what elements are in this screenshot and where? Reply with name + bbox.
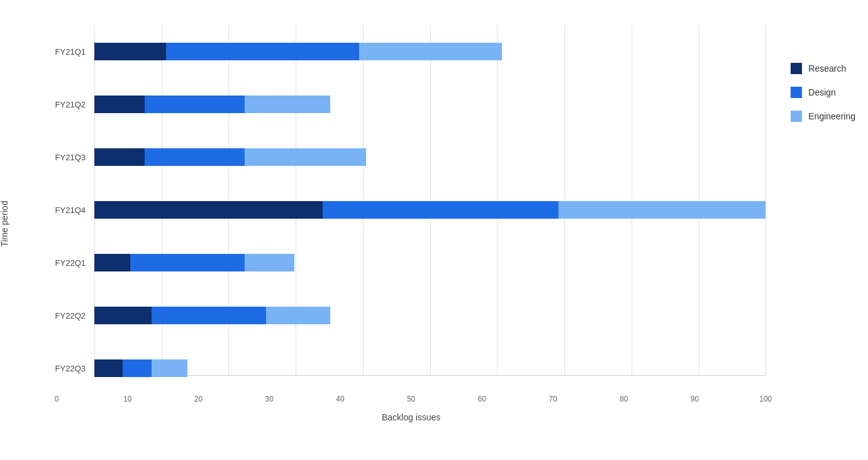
bar-row: FY22Q1	[50, 250, 765, 275]
bar-group	[94, 96, 330, 113]
bar-row: FY22Q3	[50, 356, 765, 381]
legend-swatch-research	[791, 63, 802, 74]
design-segment	[145, 148, 245, 166]
bar-row: FY21Q1	[50, 39, 765, 64]
bar-group	[94, 201, 765, 219]
x-tick: 70	[548, 395, 557, 403]
bar-row: FY21Q3	[50, 145, 765, 170]
bar-group	[94, 148, 366, 166]
design-segment	[145, 96, 245, 113]
design-segment	[323, 201, 559, 219]
research-segment	[94, 201, 323, 219]
x-axis-label: Backlog issues	[57, 412, 765, 422]
legend-label-engineering: Engineering	[808, 111, 855, 121]
x-tick: 10	[123, 395, 131, 403]
legend-item-design: Design	[791, 87, 855, 98]
engineering-segment	[245, 254, 295, 271]
y-axis-label: Time period	[0, 200, 9, 246]
engineering-segment	[245, 96, 330, 113]
bar-group	[94, 307, 330, 324]
x-tick: 50	[407, 395, 415, 403]
bar-label: FY22Q3	[50, 364, 94, 373]
legend-swatch-design	[791, 87, 802, 98]
research-segment	[94, 96, 145, 113]
x-tick: 90	[691, 395, 699, 403]
engineering-segment	[266, 307, 330, 324]
legend: ResearchDesignEngineering	[791, 25, 855, 122]
chart-wrapper: Time period FY21Q1FY21Q2FY21Q3FY21Q4FY22…	[0, 0, 868, 460]
bars-container: FY21Q1FY21Q2FY21Q3FY21Q4FY22Q1FY22Q2FY22…	[50, 25, 765, 395]
bar-group	[94, 254, 294, 271]
legend-label-research: Research	[808, 63, 846, 74]
engineering-segment	[152, 359, 187, 377]
bar-label: FY21Q4	[50, 205, 94, 215]
x-tick: 40	[336, 395, 344, 403]
bar-label: FY21Q2	[50, 100, 94, 109]
research-segment	[94, 359, 123, 377]
x-tick: 100	[759, 395, 772, 403]
x-tick: 80	[620, 395, 628, 403]
legend-label-design: Design	[808, 87, 836, 97]
bar-label: FY22Q1	[50, 258, 94, 268]
research-segment	[94, 43, 166, 60]
design-segment	[166, 43, 359, 60]
research-segment	[94, 148, 145, 166]
x-tick: 60	[478, 395, 486, 403]
bar-group	[94, 359, 187, 377]
chart-area: Time period FY21Q1FY21Q2FY21Q3FY21Q4FY22…	[13, 25, 765, 422]
bar-row: FY21Q4	[50, 197, 765, 222]
x-tick: 30	[265, 395, 273, 403]
legend-item-engineering: Engineering	[791, 111, 855, 122]
chart-inner: FY21Q1FY21Q2FY21Q3FY21Q4FY22Q1FY22Q2FY22…	[50, 25, 765, 395]
engineering-segment	[245, 148, 366, 166]
research-segment	[94, 307, 152, 324]
bar-row: FY22Q2	[50, 303, 765, 328]
bar-label: FY22Q2	[50, 311, 94, 320]
research-segment	[94, 254, 130, 271]
bar-group	[94, 43, 502, 60]
design-segment	[130, 254, 245, 271]
bar-row: FY21Q2	[50, 92, 765, 117]
legend-item-research: Research	[791, 63, 855, 74]
x-tick: 20	[194, 395, 203, 403]
bar-label: FY21Q3	[50, 153, 94, 162]
engineering-segment	[559, 201, 765, 219]
legend-swatch-engineering	[791, 111, 802, 122]
engineering-segment	[359, 43, 502, 60]
design-segment	[152, 307, 266, 324]
x-axis-wrapper: 0102030405060708090100	[57, 395, 765, 407]
bar-label: FY21Q1	[50, 47, 94, 57]
design-segment	[123, 359, 151, 377]
x-tick: 0	[55, 395, 59, 403]
